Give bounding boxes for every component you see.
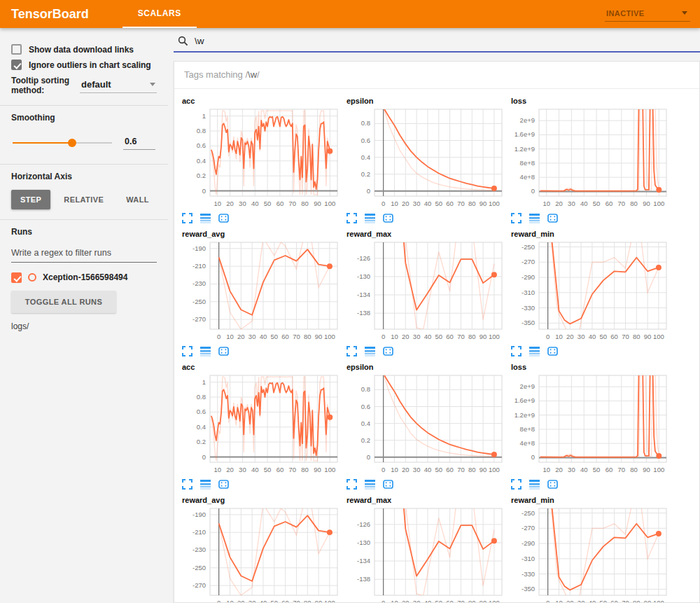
expand-chart-icon[interactable] bbox=[346, 346, 357, 356]
run-checkbox[interactable] bbox=[11, 272, 22, 283]
chart-plot-loss[interactable]: 10203040506070809010004e+88e+81.2e+91.6e… bbox=[508, 105, 671, 212]
chart-plot-reward_max[interactable]: 0102030405060708090100-126-130-134-138 bbox=[344, 504, 506, 603]
expand-chart-icon[interactable] bbox=[182, 346, 192, 356]
expand-chart-icon[interactable] bbox=[511, 479, 522, 490]
svg-text:1.6e+9: 1.6e+9 bbox=[514, 130, 535, 138]
fit-domain-icon[interactable] bbox=[383, 346, 393, 356]
run-list-item[interactable]: Xception-1566598494 bbox=[11, 272, 157, 284]
svg-text:80: 80 bbox=[468, 599, 476, 603]
expand-chart-icon[interactable] bbox=[511, 213, 522, 223]
svg-text:60: 60 bbox=[446, 466, 454, 473]
log-scale-icon[interactable] bbox=[529, 346, 540, 356]
chart-plot-reward_max[interactable]: 0102030405060708090100-126-130-134-138 bbox=[344, 238, 506, 345]
smoothing-slider-thumb[interactable] bbox=[68, 139, 76, 147]
runs-log-path: logs/ bbox=[11, 321, 157, 331]
scalar-card-reward_avg: reward_avg0102030405060708090100-190-210… bbox=[179, 492, 344, 603]
svg-text:80: 80 bbox=[630, 466, 638, 473]
svg-text:20: 20 bbox=[566, 599, 574, 603]
expand-chart-icon[interactable] bbox=[346, 213, 357, 223]
chart-plot-loss[interactable]: 10203040506070809010004e+88e+81.2e+91.6e… bbox=[508, 371, 671, 478]
fit-domain-icon[interactable] bbox=[547, 479, 558, 490]
fit-domain-icon[interactable] bbox=[218, 346, 229, 356]
expand-chart-icon[interactable] bbox=[182, 479, 192, 490]
ignore-outliers-row[interactable]: Ignore outliers in chart scaling bbox=[11, 60, 157, 70]
tooltip-sorting-select[interactable]: default bbox=[80, 78, 157, 93]
chart-plot-reward_min[interactable]: 0102030405060708090100-250-270-290-310-3… bbox=[508, 504, 671, 603]
sidebar-section-runs: Runs Xception-1566598494 TOGGLE ALL RUNS… bbox=[0, 220, 168, 341]
tooltip-sorting-value: default bbox=[81, 79, 111, 90]
chart-plot-acc[interactable]: 10203040506070809010000.20.40.60.81 bbox=[179, 105, 342, 212]
log-scale-icon[interactable] bbox=[365, 479, 375, 490]
svg-text:1.2e+9: 1.2e+9 bbox=[514, 145, 535, 153]
svg-text:100: 100 bbox=[489, 599, 500, 603]
svg-text:-138: -138 bbox=[357, 309, 370, 317]
chart-actions bbox=[179, 478, 344, 491]
smoothing-slider-row: 0.6 bbox=[13, 135, 155, 150]
log-scale-icon[interactable] bbox=[200, 346, 211, 356]
svg-text:90: 90 bbox=[644, 333, 652, 340]
chart-plot-reward_avg[interactable]: 0102030405060708090100-190-210-230-250-2… bbox=[179, 504, 342, 603]
svg-text:2e+9: 2e+9 bbox=[520, 116, 535, 124]
svg-text:-210: -210 bbox=[192, 528, 206, 536]
fit-domain-icon[interactable] bbox=[547, 213, 558, 223]
expand-chart-icon[interactable] bbox=[346, 479, 357, 490]
chevron-down-icon bbox=[150, 83, 155, 86]
svg-text:20: 20 bbox=[237, 599, 245, 603]
svg-text:8e+8: 8e+8 bbox=[520, 159, 535, 167]
axis-button-step[interactable]: STEP bbox=[11, 190, 50, 209]
svg-text:0.6: 0.6 bbox=[197, 408, 206, 415]
smoothing-value-input[interactable]: 0.6 bbox=[123, 135, 155, 150]
svg-text:90: 90 bbox=[479, 599, 487, 603]
chart-plot-epsilon[interactable]: 010203040506070809010000.20.40.60.8 bbox=[344, 105, 506, 212]
log-scale-icon[interactable] bbox=[365, 346, 375, 356]
toggle-all-runs-button[interactable]: TOGGLE ALL RUNS bbox=[11, 291, 116, 313]
fit-domain-icon[interactable] bbox=[383, 213, 393, 223]
runs-filter-input[interactable] bbox=[11, 245, 157, 263]
tab-scalars[interactable]: SCALARS bbox=[122, 0, 197, 28]
chart-plot-reward_avg[interactable]: 0102030405060708090100-190-210-230-250-2… bbox=[179, 238, 342, 345]
log-scale-icon[interactable] bbox=[529, 479, 540, 490]
svg-text:90: 90 bbox=[644, 599, 652, 603]
svg-text:-190: -190 bbox=[192, 244, 206, 252]
chart-plot-acc[interactable]: 10203040506070809010000.20.40.60.81 bbox=[179, 371, 342, 478]
main-panel: Tags matching /\w/ acc102030405060708090… bbox=[168, 28, 700, 603]
fit-domain-icon[interactable] bbox=[218, 479, 229, 490]
status-dropdown[interactable]: INACTIVE bbox=[605, 7, 690, 22]
sidebar-section-smoothing: Smoothing 0.6 bbox=[0, 106, 168, 165]
show-download-links-checkbox[interactable] bbox=[11, 44, 22, 55]
axis-button-relative[interactable]: RELATIVE bbox=[55, 190, 113, 209]
fit-domain-icon[interactable] bbox=[218, 213, 229, 223]
chart-title: loss bbox=[511, 97, 673, 105]
chart-plot-reward_min[interactable]: 0102030405060708090100-250-270-290-310-3… bbox=[508, 238, 671, 345]
svg-text:-290: -290 bbox=[522, 539, 535, 547]
axis-button-wall[interactable]: WALL bbox=[117, 190, 158, 209]
tag-search-input[interactable] bbox=[195, 36, 405, 46]
log-scale-icon[interactable] bbox=[200, 479, 211, 490]
svg-text:10: 10 bbox=[391, 466, 398, 473]
chart-plot-epsilon[interactable]: 010203040506070809010000.20.40.60.8 bbox=[344, 371, 506, 478]
chart-title: acc bbox=[182, 97, 344, 105]
show-download-links-row[interactable]: Show data download links bbox=[11, 44, 157, 55]
log-scale-icon[interactable] bbox=[200, 213, 211, 223]
svg-text:0.8: 0.8 bbox=[361, 119, 370, 127]
log-scale-icon[interactable] bbox=[529, 213, 540, 223]
chart-actions bbox=[179, 345, 344, 358]
svg-text:90: 90 bbox=[314, 200, 321, 207]
expand-chart-icon[interactable] bbox=[511, 346, 522, 356]
fit-domain-icon[interactable] bbox=[383, 479, 393, 490]
ignore-outliers-checkbox[interactable] bbox=[11, 60, 22, 70]
svg-text:-310: -310 bbox=[522, 555, 535, 562]
svg-text:40: 40 bbox=[424, 200, 432, 207]
log-scale-icon[interactable] bbox=[365, 213, 375, 223]
svg-text:70: 70 bbox=[617, 200, 625, 207]
svg-text:50: 50 bbox=[435, 200, 443, 207]
svg-text:-230: -230 bbox=[192, 279, 206, 287]
fit-domain-icon[interactable] bbox=[547, 346, 558, 356]
expand-chart-icon[interactable] bbox=[182, 213, 192, 223]
svg-text:20: 20 bbox=[566, 333, 574, 340]
svg-text:100: 100 bbox=[324, 466, 335, 473]
scalar-card-acc: acc10203040506070809010000.20.40.60.81 bbox=[179, 359, 344, 491]
run-color-circle[interactable] bbox=[28, 273, 36, 282]
smoothing-slider[interactable] bbox=[13, 142, 112, 144]
svg-text:-270: -270 bbox=[522, 524, 535, 532]
